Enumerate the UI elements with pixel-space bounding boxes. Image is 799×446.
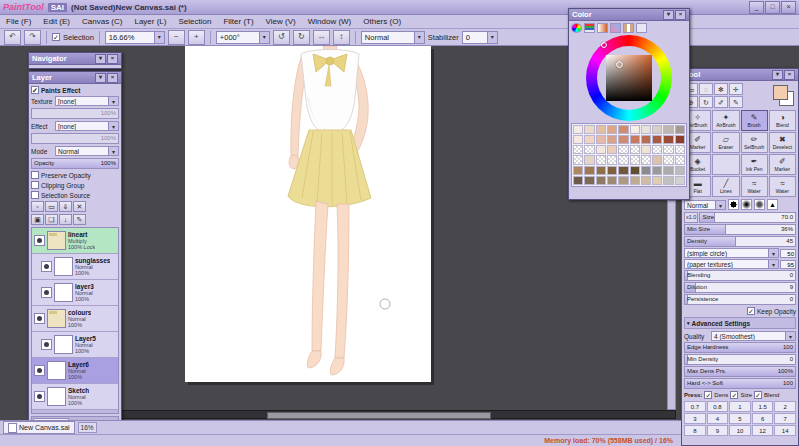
tool-water[interactable]: ≈Water xyxy=(769,176,796,197)
menu-item[interactable]: Layer (L) xyxy=(128,17,172,26)
effect-select[interactable]: [none] xyxy=(55,121,119,131)
view-tool-icon[interactable]: ✎ xyxy=(729,96,743,108)
color-swatch[interactable] xyxy=(652,135,662,144)
blending-slider[interactable]: Blending0 xyxy=(684,270,796,281)
color-swatch[interactable] xyxy=(596,166,606,175)
color-swatch[interactable] xyxy=(641,135,651,144)
color-swatch[interactable] xyxy=(618,135,628,144)
flip-horizontal-icon[interactable]: ↔ xyxy=(313,30,330,45)
view-tool-icon[interactable]: ✻ xyxy=(714,83,728,95)
color-swatch[interactable] xyxy=(573,166,583,175)
layer-panel-header[interactable]: Layer xyxy=(29,72,121,84)
menu-item[interactable]: File (F) xyxy=(0,17,37,26)
zoom-in-icon[interactable]: + xyxy=(188,30,205,45)
color-swatch[interactable] xyxy=(675,125,685,134)
size-preset[interactable]: 0.8 xyxy=(707,401,729,412)
brush-shape-strength[interactable]: 50 xyxy=(780,249,796,258)
layer-mode-select[interactable]: Normal xyxy=(55,146,119,156)
color-swatch[interactable] xyxy=(573,125,583,134)
tool-brush[interactable]: ✎Brush xyxy=(741,110,768,131)
color-mixer-icon[interactable] xyxy=(610,23,621,33)
stabilizer-select[interactable]: 0 xyxy=(462,31,498,44)
color-swatch[interactable] xyxy=(596,155,606,164)
layer-action-icon[interactable]: ✎ xyxy=(73,214,86,225)
size-preset[interactable]: 8 xyxy=(684,425,706,436)
color-swatch[interactable] xyxy=(641,176,651,185)
collapse-icon[interactable] xyxy=(95,73,106,83)
layer-action-icon[interactable]: ⇓ xyxy=(59,201,72,212)
close-icon[interactable] xyxy=(675,10,686,20)
angle-select[interactable]: +000° xyxy=(216,31,270,44)
view-tool-icon[interactable]: ◌ xyxy=(699,83,713,95)
tool-panel-header[interactable]: Tool xyxy=(682,69,798,81)
minimize-icon[interactable]: _ xyxy=(749,1,764,14)
tool-eraser[interactable]: ▱Eraser xyxy=(712,132,739,153)
layer-visibility-icon[interactable] xyxy=(34,391,45,402)
close-icon[interactable] xyxy=(107,54,118,64)
color-swatch[interactable] xyxy=(596,176,606,185)
brush-mode-select[interactable]: Normal xyxy=(684,200,726,210)
color-swatch[interactable] xyxy=(652,166,662,175)
color-swatch[interactable] xyxy=(584,176,594,185)
dilution-slider[interactable]: Dilution9 xyxy=(684,282,796,293)
hard-soft-slider[interactable]: Hard <-> Soft100 xyxy=(684,378,796,389)
press-density-checkbox[interactable] xyxy=(704,391,712,399)
color-swatch[interactable] xyxy=(618,166,628,175)
view-tool-icon[interactable]: ✛ xyxy=(729,83,743,95)
tool-ink-pen[interactable]: ✒Ink Pen xyxy=(741,154,768,175)
color-swatch[interactable] xyxy=(596,145,606,154)
menu-item[interactable]: Others (O) xyxy=(357,17,407,26)
tool-deselect[interactable]: ✖Deselect xyxy=(769,132,796,153)
collapse-icon[interactable] xyxy=(663,10,674,20)
edge-hardness-slider[interactable]: Edge Hardness100 xyxy=(684,342,796,353)
close-icon[interactable]: × xyxy=(781,1,796,14)
canvas-horizontal-scrollbar[interactable] xyxy=(28,410,676,419)
color-swatch[interactable] xyxy=(607,166,617,175)
collapse-icon[interactable] xyxy=(95,54,106,64)
color-swatch[interactable] xyxy=(663,135,673,144)
color-swatch[interactable] xyxy=(573,176,583,185)
density-slider[interactable]: Density45 xyxy=(684,236,796,247)
preserve-opacity-checkbox[interactable] xyxy=(31,171,39,179)
advanced-settings-header[interactable]: Advanced Settings xyxy=(684,317,796,329)
color-swatch[interactable] xyxy=(607,135,617,144)
color-swatch[interactable] xyxy=(630,125,640,134)
menu-item[interactable]: Selection xyxy=(172,17,217,26)
size-preset[interactable]: 14 xyxy=(774,425,796,436)
view-tool-icon[interactable]: ↻ xyxy=(699,96,713,108)
color-swatch[interactable] xyxy=(618,155,628,164)
color-swatch[interactable] xyxy=(618,145,628,154)
color-swatch[interactable] xyxy=(675,135,685,144)
color-swatch[interactable] xyxy=(663,176,673,185)
layer-action-icon[interactable]: ▭ xyxy=(45,201,58,212)
maximize-icon[interactable]: □ xyxy=(765,1,780,14)
min-size-slider[interactable]: Min Size36% xyxy=(684,224,796,235)
layer-visibility-icon[interactable] xyxy=(41,287,52,298)
brush-tip-hard-icon[interactable] xyxy=(728,199,739,210)
press-blend-checkbox[interactable] xyxy=(754,391,762,399)
layer-row[interactable]: Layer5Normal100% xyxy=(32,332,118,358)
size-preset[interactable]: 7 xyxy=(774,413,796,424)
tool-blend[interactable]: ◑Blend xyxy=(769,110,796,131)
layer-visibility-icon[interactable] xyxy=(34,235,45,246)
layer-action-icon[interactable]: ❏ xyxy=(45,214,58,225)
max-density-pressure-slider[interactable]: Max Dens Prs.100% xyxy=(684,366,796,377)
menu-item[interactable]: Canvas (C) xyxy=(76,17,128,26)
rotate-cw-icon[interactable]: ↻ xyxy=(293,30,310,45)
min-density-slider[interactable]: Min Density0 xyxy=(684,354,796,365)
texture-select[interactable]: [none] xyxy=(55,96,119,106)
size-slider[interactable]: Size70.0 xyxy=(699,212,796,223)
color-swatch[interactable] xyxy=(573,145,583,154)
size-preset[interactable]: 3 xyxy=(684,413,706,424)
size-unit-button[interactable]: x1.0 xyxy=(684,212,698,223)
color-swatch[interactable] xyxy=(652,125,662,134)
brush-tip-soft-icon[interactable] xyxy=(741,199,752,210)
color-swatch[interactable] xyxy=(607,145,617,154)
size-preset[interactable]: 4 xyxy=(707,413,729,424)
keep-opacity-checkbox[interactable] xyxy=(747,307,755,315)
color-swatch[interactable] xyxy=(584,135,594,144)
tool-marker[interactable]: ✐Marker xyxy=(769,154,796,175)
rotate-ccw-icon[interactable]: ↺ xyxy=(273,30,290,45)
color-panel-header[interactable]: Color xyxy=(569,9,689,21)
selection-checkbox[interactable] xyxy=(52,33,60,41)
